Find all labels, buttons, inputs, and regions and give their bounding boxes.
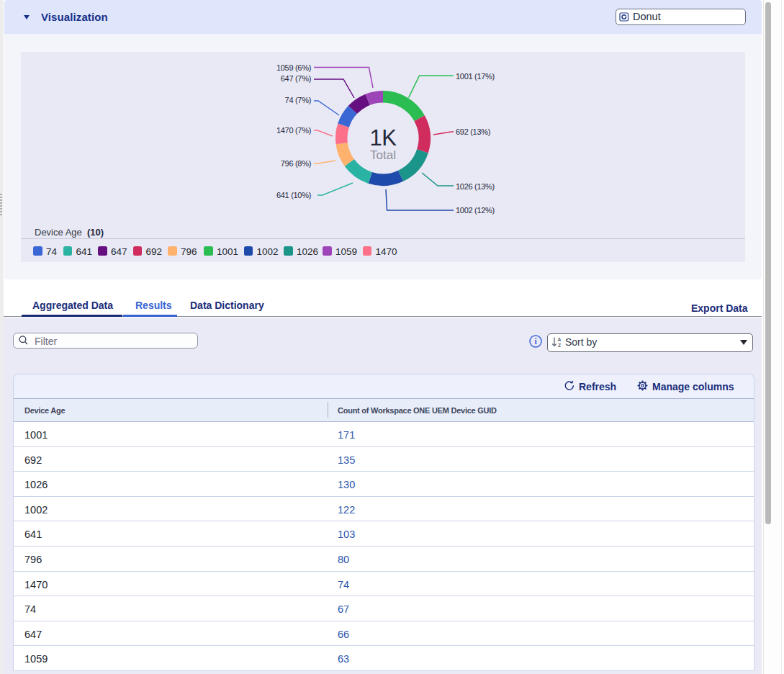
svg-text:1001 (17%): 1001 (17%): [456, 72, 495, 81]
svg-text:74 (7%): 74 (7%): [285, 96, 311, 104]
svg-text:796 (8%): 796 (8%): [281, 159, 311, 168]
svg-text:i: i: [534, 337, 537, 346]
svg-text:1002 (12%): 1002 (12%): [456, 206, 495, 215]
svg-text:647 (7%): 647 (7%): [281, 74, 311, 83]
svg-text:1K: 1K: [370, 125, 397, 150]
svg-text:1059 (6%): 1059 (6%): [276, 63, 311, 72]
svg-text:1470 (7%): 1470 (7%): [276, 126, 311, 135]
svg-text:641 (10%): 641 (10%): [276, 191, 311, 199]
svg-text:1026 (13%): 1026 (13%): [456, 182, 495, 191]
svg-text:Z: Z: [558, 343, 561, 348]
svg-text:A: A: [558, 337, 562, 342]
svg-text:Total: Total: [370, 148, 396, 162]
svg-text:692 (13%): 692 (13%): [456, 127, 490, 136]
